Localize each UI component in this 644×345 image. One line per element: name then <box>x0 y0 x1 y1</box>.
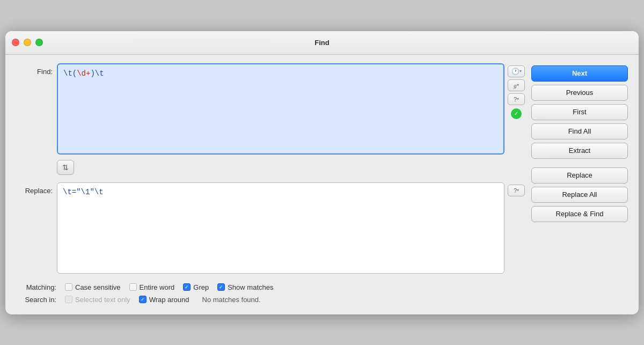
checkmark-icon: ✓ <box>514 111 518 116</box>
swap-find-replace-button[interactable]: ⇅ <box>57 160 74 175</box>
no-matches-text: No matches found. <box>202 296 261 304</box>
find-text-blue1: \t( <box>63 69 77 78</box>
find-text-blue2: )\t <box>90 69 104 78</box>
entire-word-checkbox[interactable] <box>129 283 137 291</box>
matching-row: Matching: Case sensitive Entire word ✓ G… <box>16 283 525 291</box>
find-window: Find Find: \t(\d+)\t <box>5 31 639 314</box>
swap-label-spacer <box>16 160 53 164</box>
grep-checkbox[interactable]: ✓ <box>183 283 191 291</box>
previous-button[interactable]: Previous <box>531 85 628 101</box>
replace-find-button[interactable]: Replace & Find <box>531 206 628 222</box>
find-all-button[interactable]: Find All <box>531 123 628 140</box>
options-bar: Matching: Case sensitive Entire word ✓ G… <box>16 283 525 304</box>
window-title: Find <box>314 39 329 47</box>
swap-icon: ⇅ <box>62 163 69 172</box>
find-icon-buttons: 🕐 ▾ g ▾ ? ▾ <box>508 63 525 119</box>
swap-row: ⇅ <box>16 160 525 175</box>
wrap-around-item[interactable]: ✓ Wrap around <box>139 296 189 304</box>
traffic-lights <box>12 39 43 46</box>
clock-icon: 🕐 <box>511 68 519 75</box>
replace-button[interactable]: Replace <box>531 167 628 183</box>
find-status-indicator: ✓ <box>511 108 522 119</box>
find-help-button[interactable]: ? ▾ <box>508 93 525 105</box>
wrap-around-checkbox[interactable]: ✓ <box>139 296 147 303</box>
maximize-button[interactable] <box>35 39 43 46</box>
replace-field-area: \t="\1"\t ? ▾ <box>57 182 525 274</box>
find-label: Find: <box>16 63 53 76</box>
swap-field-area: ⇅ <box>57 160 525 175</box>
window-content: Find: \t(\d+)\t 🕐 ▾ <box>5 55 639 314</box>
minimize-button[interactable] <box>24 39 31 46</box>
entire-word-label: Entire word <box>140 283 175 291</box>
show-matches-item[interactable]: ✓ Show matches <box>217 283 273 291</box>
case-sensitive-checkbox[interactable] <box>65 283 72 291</box>
right-panel: Next Previous First Find All Extract Rep… <box>531 63 628 304</box>
entire-word-item[interactable]: Entire word <box>129 283 175 291</box>
selected-text-label: Selected text only <box>75 296 130 304</box>
left-panel: Find: \t(\d+)\t 🕐 ▾ <box>16 63 525 304</box>
replace-display[interactable]: \t="\1"\t <box>57 182 504 274</box>
find-row: Find: \t(\d+)\t 🕐 ▾ <box>16 63 525 155</box>
main-layout: Find: \t(\d+)\t 🕐 ▾ <box>16 63 628 304</box>
titlebar: Find <box>5 31 639 55</box>
search-in-row: Search in: Selected text only ✓ Wrap aro… <box>16 296 525 304</box>
replace-help-button[interactable]: ? ▾ <box>508 185 525 196</box>
find-text-red: \d+ <box>77 69 90 78</box>
search-in-label: Search in: <box>16 296 56 304</box>
replace-all-button[interactable]: Replace All <box>531 187 628 203</box>
wrap-around-label: Wrap around <box>149 296 189 304</box>
show-matches-checkbox[interactable]: ✓ <box>217 283 225 291</box>
matching-label: Matching: <box>16 283 56 291</box>
first-button[interactable]: First <box>531 104 628 120</box>
close-button[interactable] <box>12 39 19 46</box>
grep-label: Grep <box>193 283 209 291</box>
show-matches-label: Show matches <box>228 283 273 291</box>
find-field-area: \t(\d+)\t 🕐 ▾ g ▾ <box>57 63 525 155</box>
find-help-dropdown-arrow: ▾ <box>517 97 519 101</box>
replace-text: \t="\1"\t <box>63 188 104 196</box>
selected-text-item[interactable]: Selected text only <box>65 296 130 304</box>
replace-label: Replace: <box>16 182 53 195</box>
grep-dropdown-arrow: ▾ <box>517 83 519 87</box>
replace-textarea-wrapper: \t="\1"\t <box>57 182 504 274</box>
find-history-dropdown-arrow: ▾ <box>519 69 522 74</box>
replace-row: Replace: \t="\1"\t ? ▾ <box>16 182 525 274</box>
next-button[interactable]: Next <box>531 65 628 82</box>
replace-icon-buttons: ? ▾ <box>508 182 525 196</box>
find-display[interactable]: \t(\d+)\t <box>57 63 504 155</box>
extract-button[interactable]: Extract <box>531 143 628 159</box>
case-sensitive-label: Case sensitive <box>75 283 121 291</box>
grep-item[interactable]: ✓ Grep <box>183 283 209 291</box>
find-grep-button[interactable]: g ▾ <box>508 79 525 91</box>
replace-help-dropdown-arrow: ▾ <box>517 188 519 193</box>
find-history-button[interactable]: 🕐 ▾ <box>508 65 525 77</box>
case-sensitive-item[interactable]: Case sensitive <box>65 283 121 291</box>
find-textarea-wrapper: \t(\d+)\t <box>57 63 504 155</box>
selected-text-checkbox[interactable] <box>65 296 72 303</box>
